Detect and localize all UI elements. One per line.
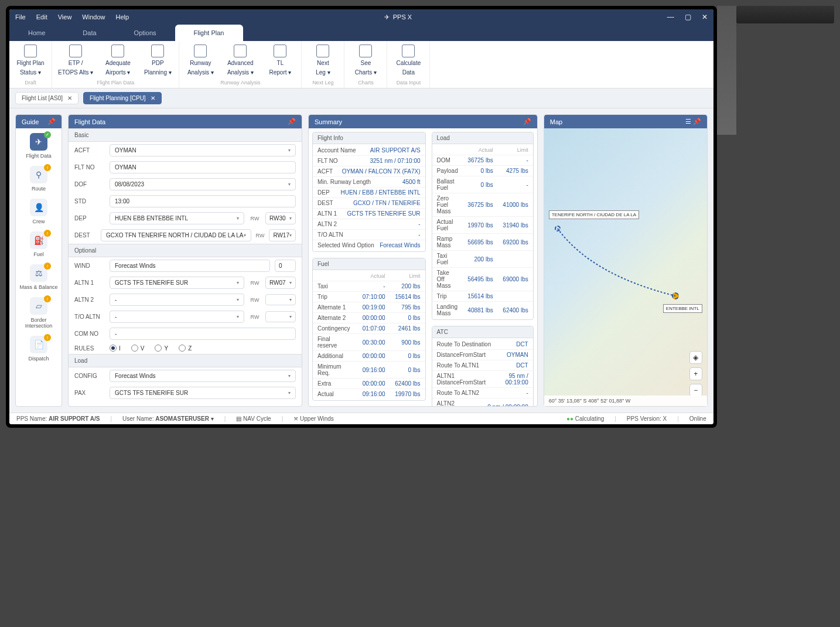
ribbon-calculate[interactable]: CalculateData	[393, 45, 424, 76]
dof-select[interactable]: 08/08/2023	[110, 178, 296, 190]
nav-cycle[interactable]: ▤ NAV Cycle	[236, 415, 271, 422]
rule-i[interactable]: I	[110, 345, 121, 352]
dest-select[interactable]: GCXO TFN TENERIFE NORTH / CIUDAD DE LA L…	[101, 229, 251, 241]
guide-panel: Guide📌 ✈✓Flight Data⚲!Route👤Crew⛽!Fuel⚖!…	[15, 114, 62, 407]
fltno-input[interactable]: OYMAN	[110, 161, 296, 173]
tab-data[interactable]: Data	[64, 25, 115, 41]
menu-edit[interactable]: Edit	[36, 13, 47, 21]
map-zoom-out[interactable]: −	[689, 384, 702, 397]
ribbon-adequate[interactable]: AdequateAirports ▾	[103, 45, 133, 76]
altn2-rw-select[interactable]	[265, 294, 296, 305]
pin-icon[interactable]: 📌	[693, 118, 701, 125]
guide-flightdata[interactable]: ✈✓Flight Data	[18, 133, 59, 159]
pin-icon[interactable]: 📌	[523, 118, 531, 125]
ribbon-next[interactable]: NextLeg ▾	[308, 45, 338, 76]
maximize-button[interactable]: ▢	[685, 13, 691, 21]
comno-input[interactable]: -	[110, 328, 296, 340]
close-button[interactable]: ✕	[702, 13, 708, 21]
ribbon-flightplan[interactable]: Flight PlanStatus ▾	[15, 45, 46, 76]
guide-borderintersection[interactable]: ▱!Border Intersection	[18, 297, 59, 329]
rule-v[interactable]: V	[131, 345, 145, 352]
minimize-button[interactable]: —	[667, 13, 674, 21]
upper-winds[interactable]: ⤧ Upper Winds	[293, 415, 334, 422]
table-row: Ramp Mass56695 lbs69200 lbs	[432, 234, 533, 251]
close-icon[interactable]: ✕	[67, 95, 72, 101]
section-load: Load	[69, 354, 302, 367]
acft-select[interactable]: OYMAN	[110, 144, 296, 156]
guide-dispatch[interactable]: 📄!Dispatch	[18, 336, 59, 362]
menu-view[interactable]: View	[58, 13, 72, 21]
table-row: Landing Mass40881 lbs62400 lbs	[432, 302, 533, 318]
table-row: DEPHUEN / EBB / ENTEBBE INTL	[313, 188, 425, 198]
wind-ext[interactable]: 0	[275, 260, 296, 272]
table-row: Taxi-200 lbs	[313, 281, 425, 292]
table-row: Alternate 100:19:00795 lbs	[313, 302, 425, 313]
map-dep-label: ENTEBBE INTL	[663, 304, 702, 313]
tab-home[interactable]: Home	[9, 25, 64, 41]
toaltn-select[interactable]: -	[110, 311, 244, 323]
ribbon-icon	[359, 45, 372, 57]
table-row: Zero Fuel Mass36725 lbs41000 lbs	[432, 193, 533, 217]
guide-massbalance[interactable]: ⚖!Mass & Balance	[18, 264, 59, 290]
rule-z[interactable]: Z	[179, 345, 192, 352]
rule-y[interactable]: Y	[155, 345, 168, 352]
load-card: Load ActualLimitDOM36725 lbs-Payload0 lb…	[432, 132, 534, 320]
dest-rw-select[interactable]: RW17	[269, 229, 296, 241]
statusbar: PPS Name: AIR SUPPORT A/S | User Name: A…	[9, 413, 713, 424]
table-row: Payload0 lbs4275 lbs	[432, 166, 533, 176]
table-row: Final reserve00:30:00900 lbs	[313, 334, 425, 351]
fuel-card: Fuel ActualLimitTaxi-200 lbsTrip07:10:00…	[312, 258, 426, 401]
altn1-select[interactable]: GCTS TFS TENERIFE SUR	[110, 277, 244, 289]
menu-icon[interactable]: ☰	[685, 118, 691, 125]
table-row: Alternate 200:00:000 lbs	[313, 313, 425, 323]
ribbon-pdp[interactable]: PDPPlanning ▾	[142, 45, 173, 76]
rules-radios: I V Y Z	[110, 345, 192, 352]
tab-flight-plan[interactable]: Flight Plan	[175, 25, 243, 41]
dep-select[interactable]: HUEN EBB ENTEBBE INTL	[110, 212, 244, 224]
ribbon: Flight PlanStatus ▾DraftETP /ETOPS Alts …	[9, 41, 713, 88]
pin-icon[interactable]: 📌	[47, 118, 56, 125]
ribbon-tl[interactable]: TLReport ▾	[265, 45, 295, 76]
table-row: FLT NO3251 nm / 07:10:00	[313, 156, 425, 166]
map-canvas[interactable]: TENERIFE NORTH / CIUDAD DE LA LA ENTEBBE…	[544, 128, 707, 406]
guide-route[interactable]: ⚲!Route	[18, 166, 59, 192]
toaltn-rw-select[interactable]	[265, 311, 296, 322]
ribbon-etp[interactable]: ETP /ETOPS Alts ▾	[58, 45, 93, 76]
map-zoom-in[interactable]: +	[689, 367, 702, 380]
table-row: DistanceFromStartOYMAN	[432, 350, 533, 360]
chevron-down-icon[interactable]: ▾	[211, 415, 214, 422]
menu-window[interactable]: Window	[82, 13, 105, 21]
table-row: ALTN2 DistanceFromStart0 nm / 00:00:00	[432, 398, 533, 406]
std-input[interactable]: 13:00	[110, 195, 296, 207]
table-row: Min. Runway Length4500 ft	[313, 177, 425, 188]
ribbon-see[interactable]: SeeCharts ▾	[350, 45, 381, 76]
pax-select[interactable]: GCTS TFS TENERIFE SUR	[110, 387, 296, 399]
pin-icon[interactable]: 📌	[288, 118, 296, 125]
status-online: Online	[689, 415, 706, 422]
doctab-flight-list[interactable]: Flight List [AS0]✕	[15, 92, 78, 104]
ribbon-icon	[111, 45, 124, 57]
guide-crew[interactable]: 👤Crew	[18, 199, 59, 224]
table-row: Actual Fuel19970 lbs31940 lbs	[432, 217, 533, 234]
ribbon-icon	[69, 45, 82, 57]
config-select[interactable]: Forecast Winds	[110, 370, 296, 382]
table-row: Trip15614 lbs	[432, 291, 533, 302]
table-row: ACFTOYMAN / FALCON 7X (FA7X)	[313, 166, 425, 177]
doctab-flight-planning[interactable]: Flight Planning [CPU]✕	[83, 92, 162, 104]
wind-input[interactable]: Forecast Winds	[110, 260, 270, 272]
atc-card: ATC Route To DestinationDCTDistanceFromS…	[432, 326, 534, 406]
guide-fuel[interactable]: ⛽!Fuel	[18, 231, 59, 257]
app-icon: ✈	[384, 13, 390, 21]
ribbon-runway[interactable]: RunwayAnalysis ▾	[185, 45, 216, 76]
menu-help[interactable]: Help	[115, 13, 129, 21]
dep-rw-select[interactable]: RW30	[265, 212, 296, 224]
map-layers-button[interactable]: ◈	[689, 351, 702, 364]
menu-file[interactable]: File	[15, 13, 26, 21]
table-row: Selected Wind OptionForecast Winds	[313, 240, 425, 250]
close-icon[interactable]: ✕	[151, 95, 155, 101]
ribbon-advanced[interactable]: AdvancedAnalysis ▾	[225, 45, 255, 76]
ribbon-icon	[402, 45, 415, 57]
altn2-select[interactable]: -	[110, 294, 244, 306]
altn1-rw-select[interactable]: RW07	[265, 277, 296, 289]
tab-options[interactable]: Options	[115, 25, 175, 41]
